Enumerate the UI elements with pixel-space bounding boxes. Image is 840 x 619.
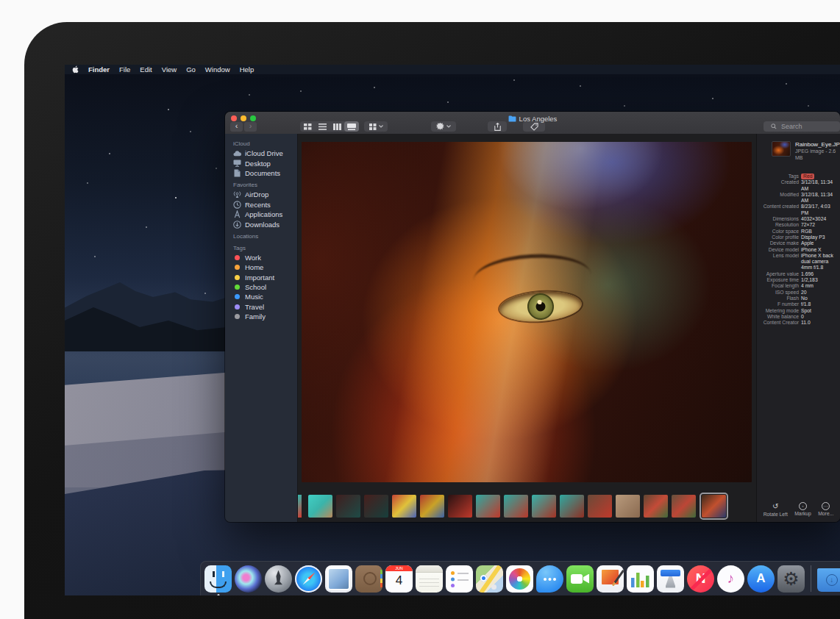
action-menu-button[interactable] xyxy=(431,121,456,132)
thumbnail[interactable] xyxy=(308,495,332,518)
sidebar-item-travel[interactable]: Travel xyxy=(225,302,297,312)
tag-dot-icon xyxy=(233,273,241,282)
thumbnail[interactable] xyxy=(392,495,416,518)
search-input[interactable] xyxy=(780,122,834,131)
metadata-key: Aperture value xyxy=(761,271,799,277)
dock-item-pages[interactable] xyxy=(597,565,624,593)
tag-dot-icon xyxy=(233,283,241,291)
sidebar-item-applications[interactable]: Applications xyxy=(225,210,297,219)
sidebar-item-downloads[interactable]: Downloads xyxy=(225,219,297,229)
thumbnail[interactable] xyxy=(504,495,528,518)
dock-item-notes[interactable] xyxy=(416,565,443,593)
menu-item-finder[interactable]: Finder xyxy=(88,65,110,74)
sidebar-item-family[interactable]: Family xyxy=(225,312,297,321)
dock-item-numbers[interactable] xyxy=(627,565,654,593)
thumbnail[interactable] xyxy=(672,495,696,518)
metadata-key: Tags xyxy=(761,173,799,179)
dock-item-downloads[interactable]: ↓ xyxy=(817,566,840,592)
icon-view-button[interactable] xyxy=(300,121,315,132)
zoom-button[interactable] xyxy=(250,115,256,121)
search-field[interactable] xyxy=(764,121,840,132)
dock-item-calendar[interactable]: JUN4 xyxy=(385,565,413,593)
dock-item-maps[interactable] xyxy=(476,565,503,593)
dock-item-keynote[interactable] xyxy=(657,565,684,593)
back-button[interactable]: ‹ xyxy=(230,122,243,132)
thumbnail[interactable] xyxy=(364,495,388,518)
metadata-row-resolution: Resolution72×72 xyxy=(761,222,836,228)
apple-menu-icon[interactable] xyxy=(72,65,79,74)
sidebar: iCloudiCloud DriveDesktopDocumentsFavori… xyxy=(225,134,298,522)
sidebar-item-school[interactable]: School xyxy=(225,282,297,292)
menu-item-help[interactable]: Help xyxy=(240,65,255,74)
dock-item-reminders[interactable] xyxy=(446,565,473,593)
dock-item-launchpad[interactable] xyxy=(265,565,292,593)
thumbnail[interactable] xyxy=(336,495,360,518)
metadata-value: Apple xyxy=(801,240,836,246)
sidebar-item-work[interactable]: Work xyxy=(225,253,297,262)
metadata-value: f/1.8 xyxy=(801,301,836,307)
dock-item-news[interactable]: N xyxy=(687,565,714,593)
forward-button[interactable]: › xyxy=(244,122,257,132)
dock-item-photos[interactable] xyxy=(506,565,533,593)
dock-item-itunes[interactable]: ♪ xyxy=(717,565,744,593)
sidebar-item-recents[interactable]: Recents xyxy=(225,200,297,210)
sidebar-item-airdrop[interactable]: AirDrop xyxy=(225,190,297,199)
tag-color-dot xyxy=(235,285,240,290)
sidebar-item-icloud-drive[interactable]: iCloud Drive xyxy=(225,149,297,158)
sidebar-item-label: Family xyxy=(245,312,266,321)
sidebar-item-important[interactable]: Important xyxy=(225,273,297,282)
thumbnail[interactable] xyxy=(298,495,302,518)
dock-item-siri[interactable] xyxy=(235,565,262,593)
menu-item-window[interactable]: Window xyxy=(205,65,230,74)
group-button[interactable] xyxy=(364,121,388,132)
metadata-key: Focal length xyxy=(761,283,799,289)
downloadsfolder-glyph: ↓ xyxy=(826,574,838,586)
dock-item-facetime[interactable] xyxy=(566,565,594,593)
menu-item-view[interactable]: View xyxy=(162,65,177,74)
menu-item-edit[interactable]: Edit xyxy=(140,65,152,74)
thumbnail-selected[interactable] xyxy=(702,495,726,518)
menu-item-go[interactable]: Go xyxy=(186,65,196,74)
sidebar-item-label: Applications xyxy=(245,210,282,218)
dock-item-mail[interactable] xyxy=(325,565,352,593)
thumbnail[interactable] xyxy=(588,495,612,518)
itunes-glyph: ♪ xyxy=(717,565,744,593)
sidebar-item-home[interactable]: Home xyxy=(225,262,297,272)
metadata-key: Color profile xyxy=(761,235,799,240)
thumbnail[interactable] xyxy=(560,495,584,518)
tag-button[interactable] xyxy=(523,121,545,132)
thumbnail[interactable] xyxy=(616,495,640,518)
minimize-button[interactable] xyxy=(241,115,246,121)
window-titlebar[interactable]: ‹ › xyxy=(225,112,840,135)
dock-item-safari[interactable] xyxy=(295,565,322,593)
downloads-icon: ↓ xyxy=(817,568,840,592)
list-view-button[interactable] xyxy=(315,121,330,132)
thumbnail[interactable] xyxy=(448,495,472,518)
gallery-view-button[interactable] xyxy=(344,121,359,132)
tag-color-dot xyxy=(235,294,240,299)
thumbnail[interactable] xyxy=(532,495,556,518)
sidebar-item-documents[interactable]: Documents xyxy=(225,168,297,178)
news-icon: N xyxy=(687,565,714,593)
thumbnail[interactable] xyxy=(420,495,444,518)
sidebar-item-music[interactable]: Music xyxy=(225,292,297,301)
dock-item-messages[interactable] xyxy=(536,565,563,593)
thumbnail[interactable] xyxy=(644,495,668,518)
rotate-left-button[interactable]: ↺Rotate Left xyxy=(764,502,788,517)
sidebar-item-desktop[interactable]: Desktop xyxy=(225,158,297,168)
close-button[interactable] xyxy=(231,115,237,121)
markup-button[interactable]: ◦Markup xyxy=(794,502,811,517)
dock-item-system-preferences[interactable]: ⚙ xyxy=(777,565,805,593)
maps-icon xyxy=(476,565,503,593)
facetime-icon xyxy=(566,565,594,593)
share-button[interactable] xyxy=(488,121,507,132)
column-view-button[interactable] xyxy=(330,121,344,132)
metadata-value: 20 xyxy=(801,290,836,296)
thumbnail[interactable] xyxy=(476,495,500,518)
dock-item-app-store[interactable]: A xyxy=(747,565,775,593)
dock-item-finder[interactable] xyxy=(204,565,232,593)
more-button[interactable]: ⋯More... xyxy=(818,502,833,517)
menu-item-file[interactable]: File xyxy=(119,65,130,74)
dock-item-contacts[interactable] xyxy=(355,565,382,593)
preview-inspector: Rainbow_Eye.JPG JPEG image - 2.6 MB Tags… xyxy=(756,134,840,522)
